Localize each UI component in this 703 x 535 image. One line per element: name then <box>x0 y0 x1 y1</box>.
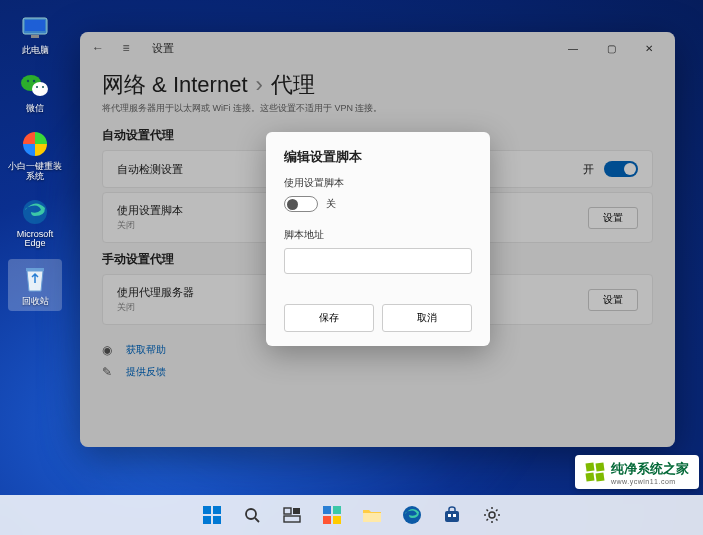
svg-rect-15 <box>203 506 211 514</box>
svg-rect-24 <box>323 506 331 514</box>
script-address-input[interactable] <box>284 248 472 274</box>
svg-rect-14 <box>595 472 604 481</box>
svg-rect-26 <box>323 516 331 524</box>
svg-point-8 <box>42 86 44 88</box>
watermark-url: www.ycwin11.com <box>611 478 689 485</box>
taskbar <box>0 495 703 535</box>
svg-point-33 <box>489 512 495 518</box>
watermark-brand: 纯净系统之家 <box>611 461 689 476</box>
start-button[interactable] <box>194 497 230 533</box>
svg-rect-2 <box>31 35 39 38</box>
modal-title: 编辑设置脚本 <box>284 148 472 166</box>
edit-script-modal: 编辑设置脚本 使用设置脚本 关 脚本地址 保存 取消 <box>266 132 490 346</box>
task-view-button[interactable] <box>274 497 310 533</box>
svg-rect-28 <box>363 513 381 522</box>
search-button[interactable] <box>234 497 270 533</box>
desktop-icon-label: 回收站 <box>22 297 49 307</box>
svg-point-5 <box>27 80 29 82</box>
widgets-button[interactable] <box>314 497 350 533</box>
svg-point-4 <box>32 82 48 96</box>
svg-rect-16 <box>213 506 221 514</box>
svg-rect-22 <box>293 508 300 514</box>
address-label: 脚本地址 <box>284 228 472 242</box>
modal-overlay[interactable]: 编辑设置脚本 使用设置脚本 关 脚本地址 保存 取消 <box>80 32 675 447</box>
this-pc-icon <box>19 12 51 44</box>
toggle-state: 关 <box>326 197 336 211</box>
desktop-icon-edge[interactable]: Microsoft Edge <box>8 192 62 254</box>
watermark: 纯净系统之家 www.ycwin11.com <box>575 455 699 489</box>
desktop-icon-wechat[interactable]: 微信 <box>8 66 62 118</box>
desktop-icon-label: 此电脑 <box>22 46 49 56</box>
svg-rect-21 <box>284 508 291 514</box>
desktop-icon-label: 小白一键重装系统 <box>8 162 62 182</box>
edge-taskbar-button[interactable] <box>394 497 430 533</box>
desktop-icon-label: 微信 <box>26 104 44 114</box>
svg-rect-12 <box>595 462 604 471</box>
use-script-toggle[interactable] <box>284 196 318 212</box>
desktop-icons: 此电脑 微信 小白一键重装系统 Microsoft Edge 回收站 <box>8 8 62 311</box>
store-button[interactable] <box>434 497 470 533</box>
svg-rect-18 <box>213 516 221 524</box>
desktop: 此电脑 微信 小白一键重装系统 Microsoft Edge 回收站 <box>0 0 703 535</box>
svg-rect-1 <box>25 20 45 31</box>
settings-taskbar-button[interactable] <box>474 497 510 533</box>
cancel-button[interactable]: 取消 <box>382 304 472 332</box>
svg-point-7 <box>36 86 38 88</box>
edge-icon <box>19 196 51 228</box>
wechat-icon <box>19 70 51 102</box>
desktop-icon-label: Microsoft Edge <box>8 230 62 250</box>
svg-rect-31 <box>448 514 451 517</box>
svg-rect-11 <box>585 462 594 471</box>
svg-line-20 <box>255 518 259 522</box>
save-button[interactable]: 保存 <box>284 304 374 332</box>
watermark-logo-icon <box>585 462 605 482</box>
settings-window: ← ≡ 设置 — ▢ ✕ 网络 & Internet › 代理 将代理服务器用于… <box>80 32 675 447</box>
svg-point-19 <box>246 509 256 519</box>
desktop-icon-recycle-bin[interactable]: 回收站 <box>8 259 62 311</box>
svg-rect-32 <box>453 514 456 517</box>
svg-rect-25 <box>333 506 341 514</box>
svg-rect-23 <box>284 516 300 522</box>
modal-toggle-label: 使用设置脚本 <box>284 176 472 190</box>
svg-point-6 <box>33 80 35 82</box>
file-explorer-button[interactable] <box>354 497 390 533</box>
svg-rect-10 <box>26 268 44 271</box>
svg-rect-17 <box>203 516 211 524</box>
svg-rect-30 <box>445 511 459 522</box>
svg-rect-27 <box>333 516 341 524</box>
svg-rect-13 <box>585 472 594 481</box>
desktop-icon-xiaobai[interactable]: 小白一键重装系统 <box>8 124 62 186</box>
xiaobai-icon <box>19 128 51 160</box>
desktop-icon-this-pc[interactable]: 此电脑 <box>8 8 62 60</box>
recycle-bin-icon <box>19 263 51 295</box>
